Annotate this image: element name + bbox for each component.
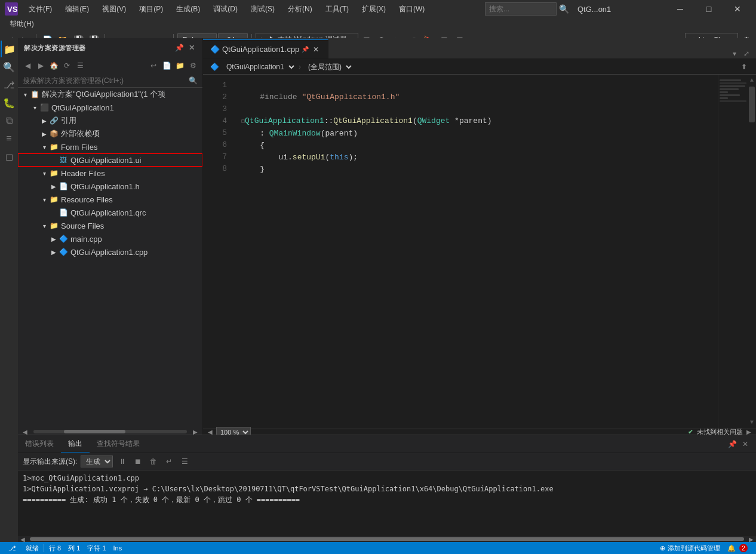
panel-tab-output[interactable]: 输出: [61, 435, 90, 453]
status-row[interactable]: 行 8: [45, 542, 64, 554]
panel-scroll-thumb[interactable]: [30, 537, 744, 541]
output-line-2: 1>QtGuiApplication1.vcxproj → C:\Users\l…: [23, 484, 751, 494]
menu-debug[interactable]: 调试(D): [208, 2, 242, 17]
menu-window[interactable]: 窗口(W): [394, 2, 429, 17]
panel-scrollbar[interactable]: ◀ ▶: [18, 536, 756, 542]
sidebar-search-input[interactable]: [23, 76, 188, 85]
stb-sync[interactable]: ⟳: [61, 60, 73, 72]
stb-undo[interactable]: ↩: [147, 60, 159, 72]
scroll-track[interactable]: [748, 87, 756, 417]
activity-search[interactable]: 🔍: [1, 59, 17, 75]
activity-item7[interactable]: ◻: [1, 148, 17, 165]
editor-scrollbar[interactable]: ▲ ▼: [748, 75, 756, 429]
scroll-up-button[interactable]: ▲: [748, 75, 756, 87]
tree-resource-files[interactable]: ▾ 📁 Resource Files: [18, 193, 202, 206]
status-char[interactable]: 字符 1: [84, 542, 109, 554]
output-pause-button[interactable]: ⏸: [116, 455, 128, 467]
panel-close-button[interactable]: ✕: [739, 438, 751, 450]
output-wrap-button[interactable]: ↵: [163, 455, 175, 467]
sidebar-close-button[interactable]: ✕: [187, 43, 196, 53]
menu-project[interactable]: 项目(P): [134, 2, 168, 17]
breadcrumb-file-select[interactable]: QtGuiApplication1: [222, 62, 296, 72]
maincpp-file-label: main.cpp: [70, 235, 102, 244]
tree-header-files[interactable]: ▾ 📁 Header Files: [18, 167, 202, 180]
stb-home[interactable]: 🏠: [48, 60, 60, 72]
menu-view[interactable]: 视图(V): [97, 2, 131, 17]
tree-form-files[interactable]: ▾ 📁 Form Files: [18, 140, 202, 153]
status-sep-1: [44, 544, 44, 552]
activity-extensions[interactable]: ⧉: [1, 112, 17, 129]
panel-pin-button[interactable]: 📌: [726, 438, 738, 450]
status-col[interactable]: 列 1: [64, 542, 84, 554]
menu-tools[interactable]: 工具(T): [321, 2, 354, 17]
stb-settings[interactable]: ⚙: [187, 60, 199, 72]
sidebar-scroll-thumb[interactable]: [64, 430, 125, 433]
breadcrumb-scope-select[interactable]: (全局范围): [303, 62, 354, 72]
status-git-button[interactable]: ⊕ 添加到源代码管理: [656, 542, 724, 554]
ln-6: 6: [203, 139, 227, 151]
tree-project[interactable]: ▾ ⬛ QtGuiApplication1: [18, 101, 202, 114]
tree-h-file[interactable]: ▶ 📄 QtGuiApplication1.h: [18, 180, 202, 193]
menu-extensions[interactable]: 扩展(X): [357, 2, 391, 17]
menu-build[interactable]: 生成(B): [171, 2, 205, 17]
status-notification[interactable]: 🔔 2: [724, 542, 751, 554]
status-git-icon[interactable]: ⎇: [5, 542, 20, 554]
tree-solution[interactable]: ▾ 📋 解决方案"QtGuiApplication1"(1 个项: [18, 88, 202, 101]
sidebar-scroll-left[interactable]: ◀: [20, 427, 30, 436]
menu-edit[interactable]: 编辑(E): [60, 2, 94, 17]
activity-item6[interactable]: ≡: [1, 130, 17, 147]
bottom-scroll-left[interactable]: ◀: [205, 427, 215, 435]
tab-overflow-icon[interactable]: ▾: [730, 49, 739, 59]
menu-help[interactable]: 帮助(H): [5, 17, 39, 32]
status-ins[interactable]: Ins: [110, 542, 126, 554]
code-editor[interactable]: #include "QtGuiApplication1.h" ⊟QtGuiApp…: [232, 75, 718, 429]
stb-filter[interactable]: ☰: [74, 60, 86, 72]
maincpp-file-icon: 🔷: [59, 234, 68, 244]
activity-git[interactable]: ⎇: [1, 76, 17, 93]
extdep-label: 外部依赖项: [61, 128, 100, 139]
activity-debug[interactable]: 🐛: [1, 94, 17, 111]
tab-close-button[interactable]: ✕: [311, 45, 321, 54]
tree-external-deps[interactable]: ▶ 📦 外部依赖项: [18, 127, 202, 140]
scroll-thumb[interactable]: [749, 87, 755, 122]
tree-main-cpp[interactable]: ▶ 🔷 main.cpp: [18, 232, 202, 245]
breadcrumb-separator: ›: [299, 63, 301, 71]
output-filter-button[interactable]: ☰: [179, 455, 190, 467]
menu-analyze[interactable]: 分析(N): [283, 2, 317, 17]
sidebar-pin-button[interactable]: 📌: [175, 43, 185, 53]
minimap-line: [720, 97, 728, 99]
tree-ui-file[interactable]: ▶ 🖼 QtGuiApplication1.ui: [18, 153, 202, 167]
maximize-button[interactable]: □: [695, 0, 723, 18]
menu-test[interactable]: 测试(S): [246, 2, 279, 17]
output-stop-button[interactable]: ⏹: [132, 455, 144, 467]
tree-source-files[interactable]: ▾ 📁 Source Files: [18, 219, 202, 232]
editor-tab-main[interactable]: 🔷 QtGuiApplication1.cpp 📌 ✕: [203, 39, 328, 59]
zoom-select[interactable]: 100 %: [216, 427, 251, 435]
output-clear-button[interactable]: 🗑: [147, 455, 159, 467]
panel-tab-errors[interactable]: 错误列表: [18, 435, 61, 453]
search-input[interactable]: [485, 2, 557, 16]
menu-file[interactable]: 文件(F): [24, 2, 57, 17]
tab-maximize-icon[interactable]: ⤢: [742, 49, 751, 59]
panel-scroll-track[interactable]: [30, 537, 744, 541]
panel-tab-find[interactable]: 查找符号结果: [90, 435, 147, 453]
stb-forward[interactable]: ▶: [35, 60, 47, 72]
stb-new-file[interactable]: 📄: [161, 60, 173, 72]
tree-qrc-file[interactable]: ▶ 📄 QtGuiApplication1.qrc: [18, 206, 202, 219]
ln-3: 3: [203, 103, 227, 115]
minimize-button[interactable]: ─: [666, 0, 694, 18]
activity-explorer[interactable]: 📁: [1, 41, 17, 57]
output-panel: 错误列表 输出 查找符号结果 📌 ✕ 显示输出来源(S): 生成 ⏸ ⏹ 🗑 ↵…: [18, 435, 756, 542]
sidebar-scroll-right[interactable]: ▶: [190, 427, 200, 436]
sidebar-scrollbar[interactable]: ◀ ▶: [18, 429, 202, 435]
stb-back[interactable]: ◀: [21, 60, 33, 72]
formfiles-expand-icon: ▾: [39, 144, 49, 150]
stb-new-folder[interactable]: 📁: [174, 60, 186, 72]
sidebar-scroll-track[interactable]: [33, 430, 187, 433]
tree-references[interactable]: ▶ 🔗 引用: [18, 114, 202, 127]
tree-app-cpp[interactable]: ▶ 🔷 QtGuiApplication1.cpp: [18, 245, 202, 258]
output-source-select[interactable]: 生成: [81, 455, 113, 467]
breadcrumb-arrow-up[interactable]: ⬆: [739, 62, 749, 72]
status-ready[interactable]: 就绪: [22, 542, 42, 554]
close-button[interactable]: ✕: [724, 0, 751, 18]
